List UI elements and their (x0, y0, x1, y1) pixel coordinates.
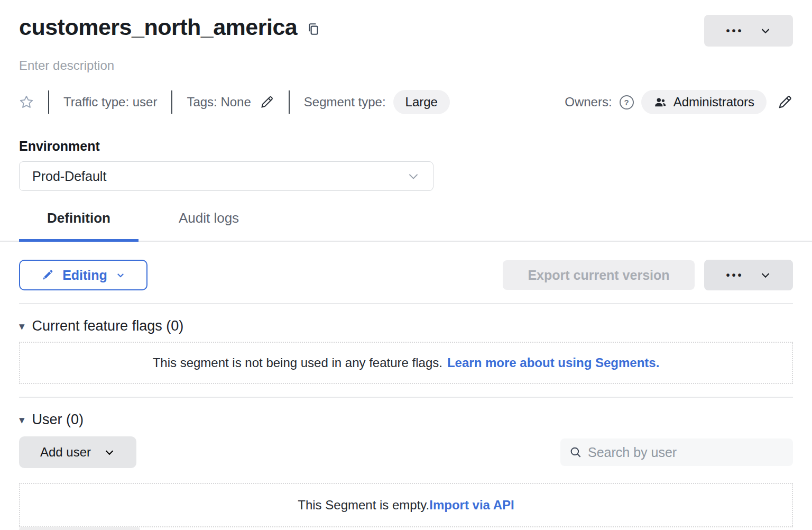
feature-flags-empty-state: This segment is not being used in any fe… (19, 342, 793, 384)
copy-icon[interactable] (307, 22, 320, 36)
feature-flags-empty-text: This segment is not being used in any fe… (153, 355, 442, 370)
tab-definition[interactable]: Definition (19, 210, 139, 242)
definition-toolbar: Editing Export current version ••• (19, 260, 793, 290)
import-via-api-link[interactable]: Import via API (429, 498, 514, 513)
segment-type-badge: Large (393, 90, 450, 114)
meta-row: Traffic type: user Tags: None Segment ty… (19, 90, 793, 114)
ellipsis-icon: ••• (726, 270, 743, 280)
user-controls-row: Add user (19, 436, 793, 468)
editing-label: Editing (62, 268, 107, 283)
traffic-type-label: Traffic type: user (63, 95, 157, 109)
partial-bottom-element (19, 527, 140, 530)
search-by-user-box (560, 438, 793, 466)
pencil-icon (41, 269, 54, 281)
help-icon[interactable]: ? (620, 95, 634, 109)
divider (48, 90, 49, 114)
user-section-header[interactable]: ▾ User (0) (19, 412, 793, 428)
description-field[interactable]: Enter description (19, 58, 793, 73)
section-divider (19, 397, 793, 398)
collapse-caret-icon: ▾ (19, 321, 25, 332)
feature-flags-section-header[interactable]: ▾ Current feature flags (0) (19, 318, 793, 334)
editing-dropdown-button[interactable]: Editing (19, 260, 147, 290)
chevron-down-icon (116, 270, 125, 280)
toolbar-more-menu-button[interactable]: ••• (704, 260, 793, 290)
environment-label: Environment (19, 139, 793, 154)
search-by-user-input[interactable] (588, 445, 785, 460)
search-icon (569, 445, 583, 459)
page-header: customers_north_america ••• (19, 15, 793, 47)
collapse-caret-icon: ▾ (19, 414, 25, 425)
chevron-down-icon (760, 25, 771, 36)
ellipsis-icon: ••• (726, 25, 743, 36)
chevron-down-icon (104, 446, 115, 458)
edit-tags-pencil-icon[interactable] (260, 95, 274, 109)
owners-badge: Administrators (641, 90, 767, 114)
chevron-down-icon (760, 269, 771, 281)
owners-label: Owners: (565, 95, 612, 109)
segment-type-label: Segment type: (304, 95, 386, 109)
segment-detail-page: customers_north_america ••• Enter descri… (0, 0, 812, 530)
segment-empty-state: This Segment is empty. Import via API (19, 483, 793, 527)
divider (171, 90, 172, 114)
section-divider (19, 303, 793, 304)
edit-owners-pencil-icon[interactable] (777, 94, 793, 110)
people-icon (653, 95, 667, 109)
page-title: customers_north_america (19, 15, 297, 40)
add-user-label: Add user (40, 445, 91, 460)
tab-bar: Definition Audit logs (0, 210, 812, 242)
divider (289, 90, 290, 114)
export-current-version-button[interactable]: Export current version (503, 260, 695, 290)
environment-select[interactable]: Prod-Default (19, 161, 433, 191)
tags-label: Tags: None (187, 95, 251, 109)
feature-flags-section-title: Current feature flags (0) (32, 318, 184, 334)
chevron-down-icon (407, 169, 420, 183)
segment-empty-text: This Segment is empty. (298, 498, 429, 513)
learn-more-link[interactable]: Learn more about using Segments. (447, 355, 659, 370)
star-icon[interactable] (19, 95, 34, 109)
header-more-menu-button[interactable]: ••• (704, 15, 793, 47)
user-section-title: User (0) (32, 412, 84, 428)
owners-value: Administrators (673, 95, 754, 109)
add-user-button[interactable]: Add user (19, 436, 136, 468)
tab-audit-logs[interactable]: Audit logs (153, 210, 264, 241)
environment-selected-value: Prod-Default (32, 169, 106, 184)
